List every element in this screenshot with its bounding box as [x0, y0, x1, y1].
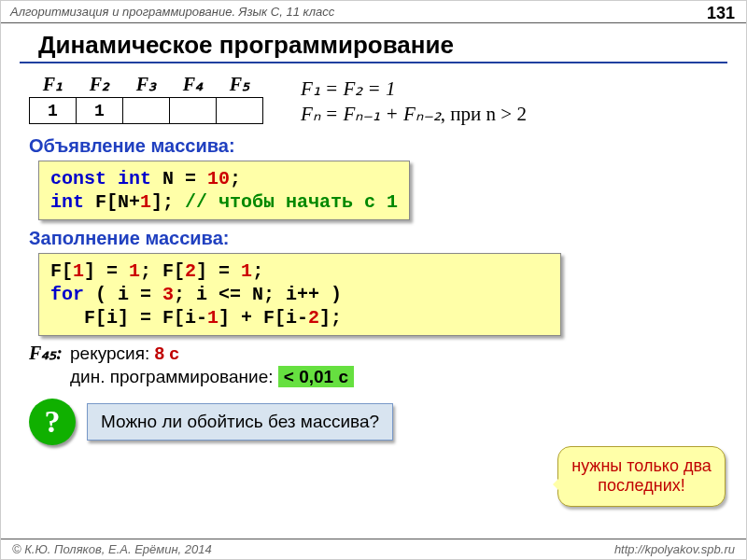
- formula-block: F₁ = F₂ = 1 Fₙ = Fₙ₋₁ + Fₙ₋₂, при n > 2: [301, 71, 527, 128]
- dp-label: дин. программирование:: [70, 367, 278, 386]
- fib-h4: F₄: [170, 71, 217, 98]
- num: 1: [241, 260, 252, 282]
- kw: const int: [50, 168, 151, 189]
- timing-block: рекурсия: 8 с дин. программирование: < 0…: [70, 342, 354, 389]
- formula-line1: F₁ = F₂ = 1: [301, 77, 527, 102]
- tok: ] =: [196, 260, 241, 282]
- fib-h5: F₅: [217, 71, 263, 98]
- fib-c2: 1: [77, 98, 123, 124]
- section-fill: Заполнение массива:: [29, 228, 718, 249]
- section-declaration: Объявление массива:: [29, 135, 718, 157]
- fib-h3: F₃: [123, 71, 170, 98]
- tok: ( i =: [84, 284, 162, 305]
- rec-label: рекурсия:: [70, 343, 154, 363]
- tok: F[N+: [84, 191, 140, 213]
- f45-label: F₄₅:: [29, 342, 63, 364]
- fib-c4: [170, 98, 217, 124]
- fib-c5: [217, 98, 263, 124]
- fib-h1: F₁: [30, 71, 77, 98]
- num: 10: [207, 168, 230, 189]
- tok: ; F[: [140, 260, 185, 282]
- tok: ;: [230, 168, 241, 189]
- callout-bubble: нужны только два последних!: [557, 446, 726, 507]
- formula-line2: Fₙ = Fₙ₋₁ + Fₙ₋₂, при n > 2: [301, 102, 527, 127]
- footer-url: http://kpolyakov.spb.ru: [614, 542, 735, 556]
- formula-rhs: , при n > 2: [441, 103, 527, 125]
- code-fill: F[1] = 1; F[2] = 1; for ( i = 3; i <= N;…: [38, 253, 561, 336]
- tok: ] + F[i-: [218, 307, 308, 329]
- header-strip: Алгоритмизация и программирование. Язык …: [1, 1, 746, 23]
- tok: ; i <= N; i++ ): [174, 284, 342, 305]
- tok: N =: [151, 168, 207, 189]
- num: 1: [129, 260, 140, 282]
- tok: ;: [252, 260, 263, 282]
- num: 1: [140, 191, 151, 213]
- num: 2: [185, 260, 196, 282]
- dp-time: < 0,01 с: [278, 366, 354, 387]
- footer: © К.Ю. Поляков, Е.А. Ерёмин, 2014 http:/…: [1, 539, 746, 559]
- tok: ];: [151, 191, 185, 213]
- tok: ];: [319, 307, 342, 329]
- breadcrumb: Алгоритмизация и программирование. Язык …: [10, 5, 334, 19]
- num: 1: [207, 307, 218, 329]
- tok: F[: [50, 260, 73, 282]
- num: 1: [73, 260, 84, 282]
- num: 3: [162, 284, 174, 305]
- fib-h2: F₂: [77, 71, 123, 98]
- num: 2: [308, 307, 319, 329]
- question-box: Можно ли обойтись без массива?: [87, 403, 393, 441]
- code-declaration: const int N = 10; int F[N+1]; // чтобы н…: [38, 161, 410, 220]
- fibonacci-table: F₁ F₂ F₃ F₄ F₅ 1 1: [29, 71, 263, 124]
- fib-c1: 1: [30, 98, 77, 124]
- page-number: 131: [707, 4, 735, 23]
- question-icon: ?: [29, 399, 76, 445]
- tok: F[i] = F[i-: [50, 307, 207, 329]
- rec-time: 8 с: [154, 343, 178, 363]
- fib-c3: [123, 98, 170, 124]
- page-title: Динамическое программирование: [20, 23, 727, 63]
- copyright: © К.Ю. Поляков, Е.А. Ерёмин, 2014: [12, 542, 212, 556]
- tok: ] =: [84, 260, 129, 282]
- kw: for: [50, 284, 84, 305]
- kw: int: [50, 191, 84, 213]
- comment: // чтобы начать с 1: [185, 191, 398, 213]
- formula-lhs: Fₙ = Fₙ₋₁ + Fₙ₋₂: [301, 103, 441, 125]
